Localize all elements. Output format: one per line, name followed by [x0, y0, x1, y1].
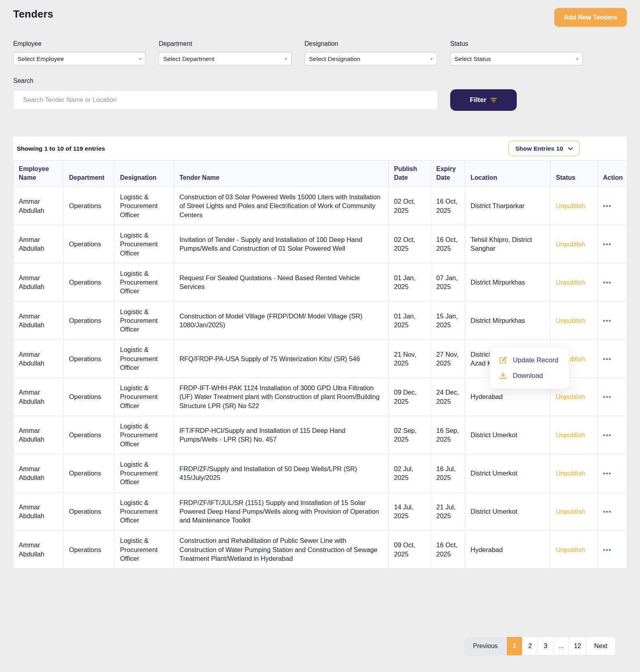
- department-select[interactable]: Select Department ▾: [159, 52, 291, 65]
- pagination-page-1[interactable]: 1: [507, 637, 522, 655]
- tender-name-cell: Construction of 03 Solar Powered Wells 1…: [174, 187, 389, 225]
- pagination-page-2[interactable]: 2: [522, 637, 538, 655]
- row-actions-ellipsis-icon[interactable]: •••: [603, 317, 612, 324]
- status-cell: Unpublish: [551, 187, 598, 225]
- employee-name-cell: Ammar Abdullah: [14, 263, 64, 301]
- publish-date-cell: 09 Dec, 2025: [389, 378, 431, 416]
- designation-cell: Logistic & Procurement Officer: [115, 263, 174, 301]
- tender-name-cell: FRDP-IFT-WHH-PAK 1124 Installation of 30…: [174, 378, 389, 416]
- tender-name-cell: Request For Sealed Quotations - Need Bas…: [174, 263, 389, 301]
- top-section: Tenders Add New Tenders Employee Select …: [0, 0, 640, 111]
- expiry-date-cell: 07 Jan, 2025: [431, 263, 465, 301]
- status-cell: Unpublish: [551, 492, 598, 531]
- status-cell: Unpublish: [551, 416, 598, 454]
- filter-button[interactable]: Filter: [450, 89, 517, 111]
- pagination: Previous123...12Next: [464, 637, 615, 655]
- status-unpublish-link[interactable]: Unpublish: [556, 393, 585, 400]
- employee-filter-label: Employee: [13, 40, 146, 47]
- download-icon: [499, 371, 507, 380]
- entries-summary: Showing 1 to 10 of 119 entries: [17, 145, 105, 152]
- show-entries-dropdown[interactable]: Show Entries 10: [508, 141, 580, 156]
- department-cell: Operations: [64, 263, 115, 301]
- tenders-table-card: Showing 1 to 10 of 119 entries Show Entr…: [13, 136, 627, 569]
- status-unpublish-link[interactable]: Unpublish: [556, 431, 585, 438]
- department-filter: Department Select Department ▾: [159, 40, 291, 65]
- pagination-ellipsis: ...: [553, 637, 569, 655]
- column-header-location: Location: [465, 161, 551, 187]
- expiry-date-cell: 16 Oct, 2025: [431, 187, 465, 225]
- table-header-row: Employee NameDepartmentDesignationTender…: [14, 161, 627, 187]
- status-unpublish-link[interactable]: Unpublish: [556, 546, 585, 553]
- menu-item-download[interactable]: Download: [490, 368, 569, 383]
- row-actions-ellipsis-icon[interactable]: •••: [603, 470, 612, 477]
- location-cell: District Tharparkar: [465, 187, 551, 225]
- table-row: Ammar AbdullahOperationsLogistic & Procu…: [14, 225, 627, 263]
- status-unpublish-link[interactable]: Unpublish: [556, 470, 585, 477]
- location-cell: Tehsil Khipro, District Sanghar: [465, 225, 551, 263]
- menu-item-update-record[interactable]: Update Record: [490, 352, 569, 368]
- page-title: Tenders: [13, 8, 53, 20]
- employee-filter: Employee Select Employee ▾: [13, 40, 146, 65]
- designation-filter-label: Designation: [305, 40, 437, 47]
- employee-name-cell: Ammar Abdullah: [14, 416, 64, 454]
- pagination-page-12[interactable]: 12: [569, 637, 586, 655]
- filter-bar: Employee Select Employee ▾ Department Se…: [13, 40, 583, 65]
- row-actions-ellipsis-icon[interactable]: •••: [603, 202, 612, 209]
- table-row: Ammar AbdullahOperationsLogistic & Procu…: [14, 263, 627, 301]
- row-actions-ellipsis-icon[interactable]: •••: [603, 279, 612, 286]
- publish-date-cell: 02 Oct, 2025: [389, 187, 431, 225]
- employee-name-cell: Ammar Abdullah: [14, 378, 64, 416]
- status-cell: Unpublish: [551, 531, 598, 569]
- status-unpublish-link[interactable]: Unpublish: [556, 202, 585, 209]
- designation-cell: Logistic & Procurement Officer: [115, 531, 174, 569]
- row-actions-ellipsis-icon[interactable]: •••: [603, 393, 612, 400]
- filter-lines-icon: [490, 97, 497, 103]
- column-header-tender-name: Tender Name: [174, 161, 389, 187]
- row-actions-ellipsis-icon[interactable]: •••: [603, 508, 612, 515]
- tender-name-cell: FRDP/ZF/Supply and Installation of 50 De…: [174, 454, 389, 492]
- expiry-date-cell: 27 Nov, 2025: [431, 340, 465, 378]
- search-section: Search Filter: [13, 77, 627, 111]
- row-actions-ellipsis-icon[interactable]: •••: [603, 432, 612, 438]
- tender-name-cell: Construction and Rehabilitation of Publi…: [174, 531, 389, 569]
- status-unpublish-link[interactable]: Unpublish: [556, 317, 585, 324]
- employee-name-cell: Ammar Abdullah: [14, 531, 64, 569]
- pagination-next-button[interactable]: Next: [586, 637, 615, 655]
- department-cell: Operations: [64, 492, 115, 531]
- designation-select[interactable]: Select Designation ▾: [305, 52, 437, 65]
- status-cell: Unpublish: [551, 454, 598, 492]
- publish-date-cell: 14 Jul, 2025: [389, 492, 431, 531]
- status-unpublish-link[interactable]: Unpublish: [556, 508, 585, 515]
- location-cell: District Umerkot: [465, 454, 551, 492]
- status-unpublish-link[interactable]: Unpublish: [556, 279, 585, 286]
- expiry-date-cell: 16 Oct, 2025: [431, 225, 465, 263]
- designation-cell: Logistic & Procurement Officer: [115, 187, 174, 225]
- expiry-date-cell: 16 Oct, 2025: [431, 531, 465, 569]
- expiry-date-cell: 16 Sep, 2025: [431, 416, 465, 454]
- edit-icon: [499, 356, 507, 364]
- department-cell: Operations: [64, 454, 115, 492]
- pagination-page-3[interactable]: 3: [538, 637, 553, 655]
- status-select-value: Select Status: [455, 55, 491, 63]
- row-actions-ellipsis-icon[interactable]: •••: [603, 546, 612, 553]
- row-actions-ellipsis-icon[interactable]: •••: [603, 241, 612, 248]
- department-cell: Operations: [64, 225, 115, 263]
- status-select[interactable]: Select Status ▾: [450, 52, 583, 65]
- department-cell: Operations: [64, 187, 115, 225]
- location-cell: Hyderabad: [465, 531, 551, 569]
- employee-select-value: Select Employee: [18, 55, 64, 63]
- publish-date-cell: 02 Oct, 2025: [389, 225, 431, 263]
- publish-date-cell: 21 Nov, 2025: [389, 340, 431, 378]
- employee-select[interactable]: Select Employee ▾: [13, 52, 146, 65]
- add-new-tenders-button[interactable]: Add New Tenders: [554, 8, 627, 27]
- caret-down-icon: ▾: [431, 57, 433, 61]
- column-header-status: Status: [551, 161, 598, 187]
- status-unpublish-link[interactable]: Unpublish: [556, 240, 585, 248]
- search-input[interactable]: [13, 90, 438, 110]
- column-header-action: Action: [598, 161, 627, 187]
- pagination-previous-button[interactable]: Previous: [464, 637, 507, 655]
- row-actions-ellipsis-icon[interactable]: •••: [603, 356, 612, 362]
- action-cell: •••: [598, 263, 627, 301]
- designation-filter: Designation Select Designation ▾: [305, 40, 437, 65]
- action-cell: •••: [598, 416, 627, 454]
